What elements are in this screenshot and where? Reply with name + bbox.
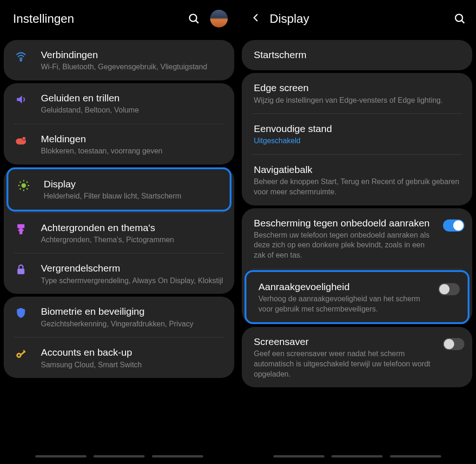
item-subtitle: Helderheid, Filter blauw licht, Startsch… xyxy=(44,191,222,201)
svg-point-2 xyxy=(20,60,22,61)
svg-line-11 xyxy=(26,188,27,189)
item-subtitle: Samsung Cloud, Smart Switch xyxy=(41,360,227,370)
svg-line-1 xyxy=(196,20,198,23)
search-icon[interactable] xyxy=(188,13,200,25)
item-subtitle: Wijzig de instellingen van Edge-vensters… xyxy=(254,95,463,106)
settings-section: Geluiden en trillenGeluidstand, Beltoon,… xyxy=(4,83,234,165)
svg-point-18 xyxy=(18,354,20,356)
header: Instellingen xyxy=(0,0,238,37)
item-subtitle: Beheer de knoppen Start, Terug en Recent… xyxy=(254,177,463,197)
item-subtitle: Bescherm uw telefoon tegen onbedoeld aan… xyxy=(254,230,437,260)
settings-screen: Instellingen VerbindingenWi-Fi, Bluetoot… xyxy=(0,0,238,464)
item-title: Biometrie en beveiliging xyxy=(41,305,227,318)
item-title: Navigatiebalk xyxy=(254,163,463,176)
item-subtitle: Achtergronden, Thema's, Pictogrammen xyxy=(41,235,227,245)
sound-icon xyxy=(15,92,41,106)
toggle-switch[interactable] xyxy=(443,219,464,232)
item-subtitle: Geef een screensaver weer nadat het sche… xyxy=(254,349,437,379)
settings-item[interactable]: MeldingenBlokkeren, toestaan, voorrang g… xyxy=(4,124,234,165)
display-item[interactable]: NavigatiebalkBeheer de knoppen Start, Te… xyxy=(242,155,472,205)
item-subtitle: Type schermvergrendeling, Always On Disp… xyxy=(41,276,227,286)
item-title: Achtergronden en thema's xyxy=(41,221,227,234)
item-title: Eenvoudige stand xyxy=(254,122,463,135)
item-title: Geluiden en trillen xyxy=(41,92,227,104)
svg-line-12 xyxy=(20,188,21,189)
item-subtitle: Uitgeschakeld xyxy=(254,136,463,146)
item-subtitle: Geluidstand, Beltoon, Volume xyxy=(41,105,227,115)
item-title: Startscherm xyxy=(254,48,463,61)
item-title: Accounts en back-up xyxy=(41,346,227,358)
search-icon[interactable] xyxy=(454,13,466,25)
toggle-switch[interactable] xyxy=(438,283,460,295)
display-item[interactable]: Eenvoudige standUitgeschakeld xyxy=(242,114,472,154)
svg-point-21 xyxy=(456,14,463,21)
svg-point-0 xyxy=(190,14,197,21)
svg-point-5 xyxy=(21,183,26,188)
item-title: Screensaver xyxy=(254,335,437,348)
display-item[interactable]: Startscherm xyxy=(242,40,472,70)
shield-icon xyxy=(15,305,41,319)
svg-rect-14 xyxy=(17,224,24,228)
item-subtitle: Blokkeren, toestaan, voorrang geven xyxy=(41,146,227,156)
header: Display xyxy=(238,0,476,37)
toggle-switch[interactable] xyxy=(443,338,464,350)
highlighted-item: AanraakgevoeligheidVerhoog de aanraakgev… xyxy=(245,270,469,324)
svg-rect-15 xyxy=(20,228,23,234)
settings-section: Biometrie en beveiligingGezichtsherkenni… xyxy=(4,297,234,378)
item-subtitle: Gezichtsherkenning, Vingerafdrukken, Pri… xyxy=(41,319,227,329)
profile-avatar[interactable] xyxy=(210,10,228,27)
wifi-icon xyxy=(15,48,41,62)
display-item[interactable]: ScreensaverGeef een screensaver weer nad… xyxy=(242,327,472,387)
settings-section: DisplayHelderheid, Filter blauw licht, S… xyxy=(4,167,234,294)
page-title: Instellingen xyxy=(13,12,188,26)
item-title: Display xyxy=(44,178,222,190)
settings-item[interactable]: VerbindingenWi-Fi, Bluetooth, Gegevensge… xyxy=(4,40,234,80)
back-icon[interactable] xyxy=(251,13,261,25)
svg-rect-16 xyxy=(17,269,24,274)
settings-item[interactable]: VergrendelschermType schermvergrendeling… xyxy=(4,253,234,294)
item-title: Verbindingen xyxy=(41,48,227,61)
nav-bar xyxy=(238,455,476,463)
display-item[interactable]: Edge screenWijzig de instellingen van Ed… xyxy=(242,73,472,113)
display-section: Bescherming tegen onbedoeld aanrakenBesc… xyxy=(242,208,472,325)
display-item[interactable]: AanraakgevoeligheidVerhoog de aanraakgev… xyxy=(246,272,468,322)
svg-line-10 xyxy=(20,181,21,182)
settings-item[interactable]: DisplayHelderheid, Filter blauw licht, S… xyxy=(8,169,230,210)
item-title: Aanraakgevoeligheid xyxy=(258,280,432,293)
item-subtitle: Wi-Fi, Bluetooth, Gegevensgebruik, Vlieg… xyxy=(41,62,227,72)
item-title: Bescherming tegen onbedoeld aanraken xyxy=(254,217,437,229)
item-subtitle: Verhoog de aanraakgevoeligheid van het s… xyxy=(258,294,432,314)
key-icon xyxy=(15,346,41,360)
display-section: ScreensaverGeef een screensaver weer nad… xyxy=(242,327,472,387)
display-icon xyxy=(18,178,44,192)
highlighted-item: DisplayHelderheid, Filter blauw licht, S… xyxy=(7,167,231,212)
settings-item[interactable]: Accounts en back-upSamsung Cloud, Smart … xyxy=(4,338,234,378)
display-section: Startscherm xyxy=(242,40,472,70)
settings-item[interactable]: Biometrie en beveiligingGezichtsherkenni… xyxy=(4,297,234,337)
item-title: Meldingen xyxy=(41,133,227,145)
settings-item[interactable]: Achtergronden en thema'sAchtergronden, T… xyxy=(4,213,234,253)
page-title: Display xyxy=(270,12,454,26)
themes-icon xyxy=(15,221,41,235)
svg-line-22 xyxy=(462,20,464,23)
display-item[interactable]: Bescherming tegen onbedoeld aanrakenBesc… xyxy=(242,208,472,269)
item-title: Vergrendelscherm xyxy=(41,262,227,274)
item-title: Edge screen xyxy=(254,81,463,94)
svg-point-4 xyxy=(22,137,26,140)
settings-section: VerbindingenWi-Fi, Bluetooth, Gegevensge… xyxy=(4,40,234,80)
nav-bar xyxy=(0,455,238,463)
settings-item[interactable]: Geluiden en trillenGeluidstand, Beltoon,… xyxy=(4,83,234,124)
display-section: Edge screenWijzig de instellingen van Ed… xyxy=(242,73,472,205)
lock-icon xyxy=(15,262,41,276)
svg-line-13 xyxy=(26,181,27,182)
notif-icon xyxy=(15,133,41,146)
display-screen: Display StartschermEdge screenWijzig de … xyxy=(238,0,476,464)
